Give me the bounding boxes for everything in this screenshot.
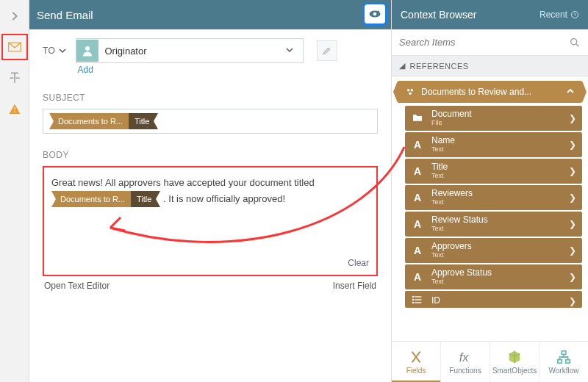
context-titlebar: Context Browser Recent (392, 0, 588, 29)
chevron-right-icon: ❯ (569, 113, 576, 123)
svg-point-15 (412, 299, 413, 300)
to-recipient-chip[interactable]: Originator (76, 38, 304, 63)
tab-functions[interactable]: fx Functions (441, 342, 490, 382)
field-name: Approvers (431, 242, 472, 251)
insert-field-link[interactable]: Insert Field (333, 281, 376, 291)
field-type-icon: A (411, 192, 424, 203)
text-format-icon[interactable] (4, 68, 25, 88)
workflow-icon (556, 349, 572, 365)
chevron-right-icon: ❯ (569, 192, 576, 203)
field-list: DocumentFile❯ANameText❯ATitleText❯ARevie… (405, 106, 582, 308)
chevron-right-icon: ❯ (569, 272, 576, 282)
field-type-icon: A (411, 165, 424, 177)
chevron-right-icon: ❯ (569, 219, 576, 229)
field-item[interactable]: IDNumber❯ (405, 291, 582, 308)
svg-rect-20 (566, 360, 570, 364)
clock-icon (570, 10, 579, 19)
to-label: TO (43, 38, 67, 56)
clear-body-link[interactable]: Clear (348, 256, 369, 270)
body-text: Great news! All approvers have accepted … (51, 177, 315, 188)
field-item[interactable]: AApprove StatusText❯ (405, 264, 582, 289)
field-token[interactable]: Documents to R... Title (51, 191, 160, 207)
field-type: Text (431, 146, 455, 154)
svg-point-6 (571, 38, 577, 44)
open-text-editor-link[interactable]: Open Text Editor (44, 281, 110, 291)
functions-icon: fx (457, 349, 473, 365)
field-type: Text (431, 252, 472, 259)
svg-line-7 (576, 44, 578, 46)
field-type-icon: A (411, 218, 424, 230)
svg-point-16 (412, 302, 413, 303)
field-type-icon (411, 112, 424, 126)
chevron-up-icon (566, 87, 575, 98)
context-search[interactable] (392, 29, 588, 56)
tab-fields[interactable]: Fields (392, 342, 441, 382)
field-type-icon: A (411, 271, 424, 283)
field-item[interactable]: ATitleText❯ (405, 159, 582, 184)
field-item[interactable]: AReview StatusText❯ (405, 212, 582, 237)
svg-point-1 (373, 12, 377, 16)
field-name: ID (431, 296, 440, 306)
smartobject-icon (405, 87, 415, 97)
svg-point-10 (409, 93, 412, 95)
chevron-down-icon[interactable] (58, 46, 67, 55)
email-step-icon[interactable] (4, 37, 25, 57)
context-title: Context Browser (401, 9, 476, 21)
svg-point-4 (85, 46, 90, 51)
field-type: File (431, 120, 472, 127)
tab-workflow[interactable]: Workflow (539, 342, 588, 382)
main-titlebar: Send Email (29, 0, 391, 29)
field-name: Approve Status (431, 268, 492, 278)
subject-input[interactable]: Documents to R... Title (43, 109, 378, 134)
chevron-down-icon[interactable] (281, 44, 298, 57)
field-type: Text (431, 199, 473, 206)
field-type: Text (431, 226, 488, 233)
field-name: Document (431, 109, 472, 119)
field-token[interactable]: Documents to R... Title (49, 113, 158, 129)
svg-rect-18 (562, 351, 566, 355)
field-type-icon: A (411, 245, 424, 256)
field-name: Review Status (431, 215, 488, 225)
field-item[interactable]: ANameText❯ (405, 132, 582, 157)
search-icon (569, 37, 581, 48)
chevron-right-icon: ❯ (569, 140, 576, 150)
edit-recipients-button[interactable] (317, 40, 337, 61)
svg-point-14 (412, 296, 413, 297)
search-input[interactable] (399, 37, 569, 48)
subject-label: SUBJECT (43, 93, 378, 103)
field-type: Text (431, 173, 448, 180)
svg-point-8 (407, 89, 410, 92)
tab-smartobjects[interactable]: SmartObjects (490, 342, 539, 382)
chevron-right-icon: ❯ (569, 296, 576, 306)
chevron-right-icon: ❯ (569, 166, 576, 176)
field-item[interactable]: AReviewersText❯ (405, 185, 582, 210)
fields-icon (408, 349, 424, 365)
context-browser: Context Browser Recent ◢REFERENCES Docum… (391, 0, 588, 382)
svg-text:fx: fx (459, 350, 470, 364)
svg-rect-19 (558, 360, 562, 364)
open-context-browser-button[interactable] (365, 4, 385, 24)
svg-point-9 (411, 89, 414, 92)
body-text: . It is now officially approved! (163, 193, 285, 204)
chevron-right-icon: ❯ (569, 245, 576, 256)
field-type-icon: A (411, 139, 424, 151)
warning-icon[interactable] (4, 98, 25, 119)
expand-icon[interactable] (4, 6, 25, 26)
add-recipient-link[interactable]: Add (76, 65, 304, 75)
recent-link[interactable]: Recent (539, 10, 579, 20)
recipient-name: Originator (104, 46, 275, 57)
cube-icon (506, 349, 523, 365)
field-name: Reviewers (431, 189, 473, 198)
panel-title: Send Email (37, 9, 93, 21)
field-item[interactable]: DocumentFile❯ (405, 106, 582, 131)
person-icon (76, 40, 98, 62)
main-panel: Send Email TO Originator (29, 0, 391, 382)
references-header[interactable]: ◢REFERENCES (392, 56, 588, 76)
reference-group[interactable]: Documents to Review and... (398, 81, 582, 103)
body-label: BODY (43, 150, 378, 160)
field-name: Name (431, 136, 455, 145)
field-name: Title (431, 162, 448, 172)
field-item[interactable]: AApproversText❯ (405, 238, 582, 263)
field-type: Text (431, 278, 492, 286)
body-editor[interactable]: Great news! All approvers have accepted … (43, 166, 378, 276)
